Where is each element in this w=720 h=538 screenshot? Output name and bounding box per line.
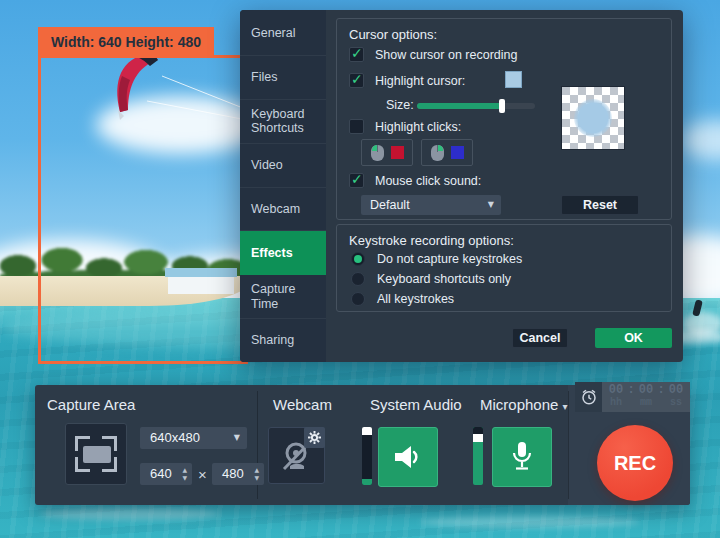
- foam: [420, 516, 640, 528]
- recording-timer: 00:00:00 hhmmss: [575, 382, 690, 412]
- microphone-slider[interactable]: [473, 427, 483, 485]
- tab-keyboard-shortcuts[interactable]: Keyboard Shortcuts: [240, 100, 326, 144]
- stepper-arrows-icon: ▲▼: [254, 466, 259, 482]
- mouse-click-sound-label: Mouse click sound:: [375, 174, 481, 188]
- highlight-cursor-checkbox[interactable]: ✓: [349, 73, 364, 88]
- timer-minutes: 00: [635, 384, 657, 397]
- timer-separator: :: [627, 384, 635, 397]
- radio-all-keystrokes-label: All keystrokes: [377, 292, 454, 306]
- settings-sidebar: General Files Keyboard Shortcuts Video W…: [240, 10, 326, 362]
- reset-button[interactable]: Reset: [561, 195, 639, 215]
- keystroke-options-title: Keystroke recording options:: [349, 233, 514, 248]
- chevron-down-icon: ▼: [234, 427, 240, 449]
- microphone-slider-track-top: [473, 427, 483, 434]
- ok-button[interactable]: OK: [595, 328, 672, 348]
- timer-seconds: 00: [665, 384, 687, 397]
- capture-area-rect-icon: [83, 446, 111, 463]
- right-click-color-square: [451, 146, 464, 159]
- radio-all-keystrokes[interactable]: [351, 292, 365, 306]
- capture-area-title: Capture Area: [47, 396, 135, 413]
- tab-files[interactable]: Files: [240, 56, 326, 100]
- mouse-right-button-icon: [430, 144, 445, 162]
- width-value: 640: [150, 466, 172, 481]
- mouse-click-sound-checkbox[interactable]: ✓: [349, 173, 364, 188]
- chevron-down-icon: ▾: [563, 401, 568, 412]
- highlight-clicks-label: Highlight clicks:: [375, 120, 461, 134]
- capture-frame-left-edge[interactable]: [38, 55, 41, 364]
- timer-hh-label: hh: [605, 397, 627, 408]
- check-icon: ✓: [351, 171, 363, 187]
- microphone-title-text: Microphone: [480, 396, 558, 413]
- timer-clock-button[interactable]: [575, 382, 602, 412]
- mouse-left-button-icon: [370, 144, 385, 162]
- height-value: 480: [222, 466, 244, 481]
- click-sound-dropdown[interactable]: Default ▼: [361, 195, 501, 215]
- tab-sharing[interactable]: Sharing: [240, 319, 326, 362]
- microphone-slider-handle[interactable]: [473, 434, 483, 442]
- tab-capture-time[interactable]: Capture Time: [240, 275, 326, 319]
- left-click-color-square: [391, 146, 404, 159]
- highlight-clicks-checkbox[interactable]: [349, 119, 364, 134]
- tab-video[interactable]: Video: [240, 144, 326, 188]
- keystroke-options-group: Keystroke recording options: Do not capt…: [336, 224, 672, 312]
- timer-display: 00:00:00 hhmmss: [602, 382, 690, 412]
- system-audio-title: System Audio: [370, 396, 462, 413]
- section-divider: [568, 391, 569, 499]
- size-label: Size:: [386, 98, 414, 112]
- speaker-icon: [393, 444, 423, 470]
- resolution-preset-dropdown[interactable]: 640x480 ▼: [140, 427, 247, 449]
- timer-separator: :: [657, 384, 665, 397]
- system-audio-slider-base: [362, 479, 372, 485]
- right-click-color-picker[interactable]: [421, 139, 473, 166]
- check-icon: ✓: [351, 71, 363, 87]
- cursor-highlight-preview: [561, 86, 625, 150]
- microphone-toggle-button[interactable]: [492, 427, 552, 487]
- cancel-button[interactable]: Cancel: [512, 328, 568, 348]
- tab-effects[interactable]: Effects: [240, 231, 326, 275]
- screen: Width: 640 Height: 480 General Files Key…: [0, 0, 720, 538]
- height-stepper[interactable]: 480 ▲▼: [212, 463, 264, 485]
- system-audio-toggle-button[interactable]: [378, 427, 438, 487]
- beach-house: [168, 268, 234, 294]
- rec-button[interactable]: REC: [597, 425, 673, 501]
- radio-shortcuts-only[interactable]: [351, 272, 365, 286]
- capture-frame-bottom-edge[interactable]: [38, 361, 248, 364]
- tab-webcam[interactable]: Webcam: [240, 188, 326, 232]
- resolution-preset-value: 640x480: [150, 430, 200, 445]
- check-icon: ✓: [351, 45, 363, 61]
- webcam-settings-badge[interactable]: [304, 427, 325, 448]
- size-slider-handle[interactable]: [499, 99, 505, 113]
- click-sound-value: Default: [370, 198, 410, 212]
- radio-no-keystrokes[interactable]: [351, 252, 365, 266]
- timer-hours: 00: [605, 384, 627, 397]
- webcam-toggle-button[interactable]: [268, 427, 325, 484]
- webcam-title: Webcam: [273, 396, 332, 413]
- kite: [106, 50, 176, 125]
- radio-no-keystrokes-label: Do not capture keystrokes: [377, 252, 522, 266]
- times-sign: ×: [198, 466, 207, 483]
- system-audio-slider-handle[interactable]: [362, 427, 372, 435]
- chevron-down-icon: ▼: [488, 195, 494, 215]
- tab-general[interactable]: General: [240, 12, 326, 56]
- timer-ss-label: ss: [665, 397, 687, 408]
- microphone-title[interactable]: Microphone ▾: [480, 396, 568, 413]
- gear-icon: [308, 431, 321, 444]
- radio-shortcuts-only-label: Keyboard shortcuts only: [377, 272, 511, 286]
- effects-settings-dialog: General Files Keyboard Shortcuts Video W…: [240, 10, 683, 362]
- system-audio-slider[interactable]: [362, 427, 372, 485]
- alarm-clock-icon: [580, 388, 598, 406]
- width-stepper[interactable]: 640 ▲▼: [140, 463, 192, 485]
- size-slider-fill: [417, 103, 502, 109]
- timer-mm-label: mm: [635, 397, 657, 408]
- recording-control-bar: Capture Area 640x480 ▼ 640 ▲▼ × 480 ▲▼ W…: [35, 385, 690, 505]
- size-slider[interactable]: [417, 103, 535, 109]
- stepper-arrows-icon: ▲▼: [182, 466, 187, 482]
- capture-area-button[interactable]: [65, 423, 127, 485]
- foam: [40, 508, 220, 520]
- microphone-icon: [510, 441, 534, 473]
- left-click-color-picker[interactable]: [361, 139, 413, 166]
- show-cursor-checkbox[interactable]: ✓: [349, 47, 364, 62]
- cursor-options-title: Cursor options:: [349, 27, 437, 42]
- highlight-color-swatch[interactable]: [505, 71, 522, 88]
- capture-size-label: Width: 640 Height: 480: [38, 27, 214, 57]
